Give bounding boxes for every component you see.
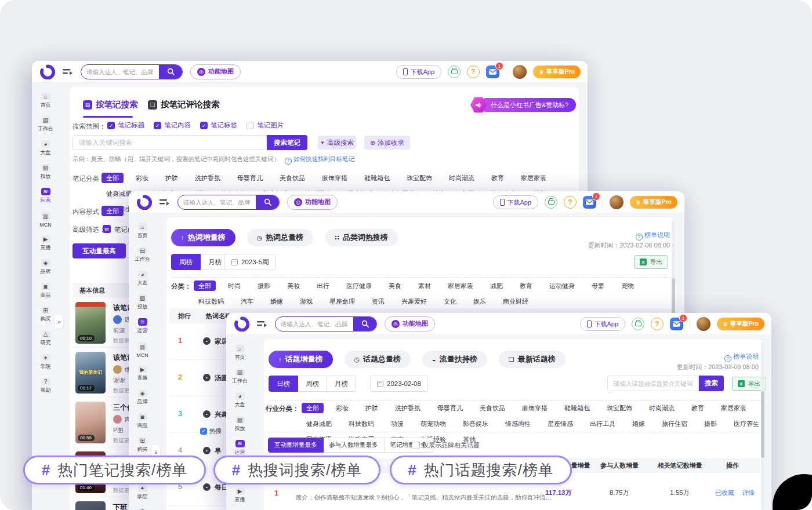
category-chip[interactable]: 全部 (194, 280, 216, 291)
category-chip[interactable]: 动漫 (386, 418, 408, 429)
sidebar-expand-button[interactable]: » (55, 315, 63, 329)
category-chip[interactable]: 全部 (102, 173, 124, 183)
note-thumbnail[interactable]: 我的朋友们 01:17 (75, 352, 106, 394)
category-chip[interactable]: 服饰穿搭 (517, 403, 552, 413)
toolbox-icon[interactable] (545, 196, 557, 209)
header-search-button[interactable] (159, 64, 182, 79)
category-chip[interactable]: 时尚潮流 (644, 403, 679, 413)
collapse-menu-icon[interactable] (257, 320, 267, 328)
download-app-button[interactable]: 下载App (396, 65, 441, 79)
category-chip[interactable]: 母婴 (587, 280, 609, 291)
topics-tab[interactable]: ❏ 最新话题榜 (499, 351, 566, 368)
hot-tag-checkbox[interactable]: ✓ 热搜 (200, 427, 222, 435)
sidebar-item[interactable]: ? 帮助 (32, 378, 59, 394)
category-chip[interactable]: 洗护香氛 (390, 403, 425, 413)
sidebar-item[interactable]: ◕ 大盘 (32, 140, 59, 156)
feature-map-button[interactable]: ◎ 功能地图 (190, 64, 241, 79)
sidebar-item[interactable]: ◕ 大盘 (129, 271, 156, 287)
period-option[interactable]: 周榜 (298, 376, 327, 392)
category-chip[interactable]: 婚嫁 (628, 418, 650, 429)
category-chip[interactable]: 星座情感 (543, 418, 578, 429)
sidebar-item[interactable]: ◙ 商品 (32, 283, 59, 299)
category-chip[interactable]: 汽车 (236, 296, 258, 307)
category-chip[interactable]: 教育 (487, 173, 509, 183)
topic-search-button[interactable]: 搜索 (699, 376, 724, 391)
category-chip[interactable]: 兴趣爱好 (397, 296, 432, 307)
ranking-info-link[interactable]: ?榜单说明 (724, 352, 759, 362)
category-chip[interactable]: 教育 (687, 403, 709, 413)
feature-map-button[interactable]: ◎ 功能地图 (287, 195, 338, 210)
topics-tab[interactable]: ↑ 话题增量榜 (269, 351, 333, 368)
note-title[interactable]: 下班 (113, 502, 127, 510)
sidebar-item[interactable]: ▶ 直播 (226, 487, 253, 504)
messages-icon[interactable]: 1 (583, 196, 596, 209)
category-chip[interactable]: 家居家装 (516, 173, 551, 183)
header-search-input[interactable] (178, 199, 256, 206)
sidebar-item[interactable]: ▧ 投放 (129, 294, 156, 311)
sidebar-item[interactable]: ▶ 直播 (129, 366, 156, 382)
category-chip[interactable]: 出行 (312, 280, 334, 291)
tab-note-search[interactable]: ▤ 按笔记搜索 (83, 99, 138, 110)
search-notes-button[interactable]: 搜索笔记 (267, 135, 307, 150)
promo-banner[interactable]: 什么是小红书广告&赞助标? (470, 97, 576, 113)
sidebar-item[interactable]: ▧ 投放 (32, 164, 59, 180)
sort-interaction-button[interactable]: 互动量最高 (72, 243, 126, 258)
category-chip[interactable]: 母婴育儿 (233, 173, 267, 183)
header-search-input[interactable] (81, 68, 159, 75)
period-option[interactable]: 月榜 (327, 376, 356, 392)
category-chip[interactable]: 美妆 (282, 280, 304, 291)
date-picker[interactable]: 2023-02-08 (370, 376, 428, 392)
collapse-menu-icon[interactable] (160, 198, 170, 206)
user-avatar[interactable] (513, 65, 527, 79)
category-chip[interactable]: 娱乐 (469, 296, 491, 307)
category-chip[interactable]: 影音娱乐 (458, 418, 493, 429)
sidebar-item[interactable]: ◈ 品牌 (129, 389, 156, 406)
scope-checkbox[interactable]: ✓ 笔记图片 (246, 121, 284, 130)
category-chip[interactable]: 护肤 (361, 403, 383, 413)
detail-button[interactable]: 详情 (742, 489, 755, 497)
category-chip[interactable]: 洗护香氛 (190, 173, 225, 183)
sidebar-item[interactable]: ✦ 学院 (129, 485, 156, 501)
category-chip[interactable]: 宠物 (617, 280, 639, 291)
collected-button[interactable]: 已收藏 (715, 489, 734, 497)
help-icon[interactable]: ? (564, 196, 577, 209)
help-icon[interactable]: ? (651, 318, 664, 330)
scrollbar[interactable] (761, 342, 764, 510)
scope-checkbox[interactable]: ✓ 笔记内容 (154, 121, 191, 130)
sidebar-item[interactable]: ≋ 运营 (129, 318, 156, 334)
category-chip[interactable]: 时尚 (223, 280, 245, 291)
category-chip[interactable]: 萌宠动物 (416, 418, 451, 429)
words-tab[interactable]: ◷ 热词总量榜 (247, 229, 314, 246)
pro-version-button[interactable]: ♛ 尊享版Pro (630, 196, 677, 209)
category-chip[interactable]: 时尚潮流 (444, 173, 479, 183)
topics-tab[interactable]: ◒ 流量扶持榜 (422, 351, 487, 368)
note-thumbnail[interactable]: 00:55 (75, 402, 106, 443)
topic-search-input[interactable] (607, 376, 699, 391)
toolbox-icon[interactable] (448, 65, 461, 78)
download-app-button[interactable]: 下载App (493, 195, 538, 209)
category-chip[interactable]: 美食饮品 (275, 173, 310, 183)
form-chip[interactable]: 全部 (102, 206, 124, 216)
pro-version-button[interactable]: ♛ 尊享版Pro (717, 318, 764, 330)
category-chip[interactable]: 婚嫁 (266, 296, 288, 307)
sidebar-item[interactable]: △ 研究 (32, 330, 59, 347)
category-chip[interactable]: 资讯 (367, 296, 389, 307)
category-chip[interactable]: 健身减肥 (302, 418, 336, 429)
sidebar-item[interactable]: ▧ 投放 (226, 416, 253, 432)
category-chip[interactable]: 鞋靴箱包 (560, 403, 594, 413)
week-picker[interactable]: 2023-5周 (224, 254, 276, 270)
feature-map-button[interactable]: ◎ 功能地图 (385, 316, 435, 332)
category-chip[interactable]: 科技数码 (194, 296, 229, 307)
period-option[interactable]: 周榜 (171, 254, 201, 270)
keyword-input[interactable] (72, 135, 267, 150)
ranking-info-link[interactable]: ?榜单说明 (636, 231, 670, 241)
user-avatar[interactable] (697, 317, 710, 331)
advanced-search-button[interactable]: ▼ 高级搜索 (318, 136, 356, 150)
category-chip[interactable]: 文化 (439, 296, 461, 307)
note-thumbnail[interactable]: 00:10 (75, 302, 106, 344)
words-tab[interactable]: ↑ 热词增量榜 (171, 229, 235, 246)
header-search-button[interactable] (353, 316, 376, 332)
tab-comment-search[interactable]: ❏ 按笔记评论搜索 (148, 99, 220, 110)
toolbox-icon[interactable] (632, 318, 644, 330)
download-app-button[interactable]: 下载App (580, 317, 625, 331)
